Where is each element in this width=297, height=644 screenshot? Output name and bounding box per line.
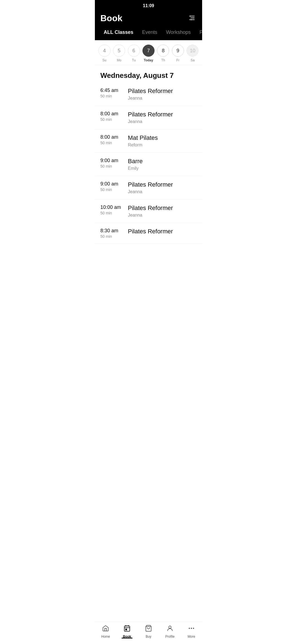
class-info-1: Pilates Reformer Jeanna xyxy=(128,111,197,124)
class-info-6: Pilates Reformer xyxy=(128,228,197,236)
tab-workshops[interactable]: Workshops xyxy=(162,28,195,36)
class-time-1: 8:00 am 50 min xyxy=(100,111,128,122)
class-duration-4: 50 min xyxy=(100,187,128,192)
class-type-tabs: ALL Classes Events Workshops Pilates R xyxy=(95,28,202,40)
class-instructor-4: Jeanna xyxy=(128,189,197,194)
main-content: Wednesday, August 7 6:45 am 50 min Pilat… xyxy=(95,65,202,266)
cal-day-7[interactable]: 7 Today xyxy=(142,45,155,62)
cal-num-10: 10 xyxy=(186,45,199,57)
cal-num-9: 9 xyxy=(172,45,184,57)
class-time-3: 9:00 am 50 min xyxy=(100,158,128,168)
cal-label-6: Tu xyxy=(132,58,136,62)
filter-button[interactable] xyxy=(187,13,197,23)
class-instructor-3: Emily xyxy=(128,166,197,171)
class-item-4[interactable]: 9:00 am 50 min Pilates Reformer Jeanna xyxy=(95,176,202,200)
cal-label-5: Mo xyxy=(117,58,122,62)
class-item-3[interactable]: 9:00 am 50 min Barre Emily xyxy=(95,153,202,176)
class-list: 6:45 am 50 min Pilates Reformer Jeanna 8… xyxy=(95,83,202,244)
class-name-0: Pilates Reformer xyxy=(128,88,197,95)
class-item-5[interactable]: 10:00 am 50 min Pilates Reformer Jeanna xyxy=(95,200,202,223)
cal-num-6: 6 xyxy=(128,45,140,57)
tab-events[interactable]: Events xyxy=(138,28,162,36)
class-time-2: 8:00 am 50 min xyxy=(100,134,128,145)
cal-day-10[interactable]: 10 Sa xyxy=(186,45,199,62)
class-name-4: Pilates Reformer xyxy=(128,181,197,188)
class-name-6: Pilates Reformer xyxy=(128,228,197,235)
class-time-main-6: 8:30 am xyxy=(100,228,128,234)
class-item-1[interactable]: 8:00 am 50 min Pilates Reformer Jeanna xyxy=(95,106,202,129)
class-info-2: Mat Pilates Reform xyxy=(128,134,197,148)
class-time-5: 10:00 am 50 min xyxy=(100,204,128,215)
page-title: Book xyxy=(100,13,122,23)
class-info-0: Pilates Reformer Jeanna xyxy=(128,88,197,101)
class-item-6[interactable]: 8:30 am 50 min Pilates Reformer xyxy=(95,223,202,244)
cal-day-6[interactable]: 6 Tu xyxy=(128,45,140,62)
header: Book xyxy=(95,10,202,28)
class-time-6: 8:30 am 50 min xyxy=(100,228,128,239)
class-duration-0: 50 min xyxy=(100,94,128,98)
cal-num-7: 7 xyxy=(142,45,155,57)
class-instructor-2: Reform xyxy=(128,143,197,148)
status-bar: 11:09 xyxy=(95,0,202,10)
class-name-5: Pilates Reformer xyxy=(128,204,197,212)
class-name-3: Barre xyxy=(128,158,197,165)
class-name-1: Pilates Reformer xyxy=(128,111,197,118)
class-duration-1: 50 min xyxy=(100,117,128,122)
class-duration-5: 50 min xyxy=(100,211,128,215)
date-heading: Wednesday, August 7 xyxy=(95,65,202,83)
svg-point-5 xyxy=(191,19,192,20)
class-item-2[interactable]: 8:00 am 50 min Mat Pilates Reform xyxy=(95,129,202,153)
class-time-main-5: 10:00 am xyxy=(100,204,128,210)
class-time-main-0: 6:45 am xyxy=(100,88,128,93)
class-time-main-1: 8:00 am xyxy=(100,111,128,117)
cal-day-8[interactable]: 8 Th xyxy=(157,45,169,62)
class-duration-2: 50 min xyxy=(100,141,128,145)
cal-day-4[interactable]: 4 Su xyxy=(98,45,111,62)
class-instructor-5: Jeanna xyxy=(128,213,197,218)
status-time: 11:09 xyxy=(143,3,154,8)
class-duration-6: 50 min xyxy=(100,234,128,239)
svg-point-3 xyxy=(190,16,191,17)
cal-label-10: Sa xyxy=(191,58,195,62)
class-info-3: Barre Emily xyxy=(128,158,197,171)
class-time-main-3: 9:00 am xyxy=(100,158,128,163)
class-info-4: Pilates Reformer Jeanna xyxy=(128,181,197,194)
cal-label-9: Fr xyxy=(176,58,179,62)
cal-day-5[interactable]: 5 Mo xyxy=(113,45,125,62)
class-time-4: 9:00 am 50 min xyxy=(100,181,128,192)
class-instructor-0: Jeanna xyxy=(128,96,197,101)
cal-label-7: Today xyxy=(144,58,153,62)
class-instructor-1: Jeanna xyxy=(128,119,197,124)
cal-label-4: Su xyxy=(102,58,106,62)
tab-pilates-r[interactable]: Pilates R xyxy=(195,28,202,36)
class-time-main-4: 9:00 am xyxy=(100,181,128,187)
cal-num-4: 4 xyxy=(98,45,111,57)
tab-all-classes[interactable]: ALL Classes xyxy=(99,28,138,36)
svg-point-4 xyxy=(193,17,194,18)
class-info-5: Pilates Reformer Jeanna xyxy=(128,204,197,218)
cal-label-8: Th xyxy=(161,58,165,62)
calendar-strip: 4 Su 5 Mo 6 Tu 7 Today 8 Th 9 Fr 10 Sa xyxy=(95,40,202,65)
cal-day-9[interactable]: 9 Fr xyxy=(172,45,184,62)
class-time-0: 6:45 am 50 min xyxy=(100,88,128,98)
class-name-2: Mat Pilates xyxy=(128,134,197,141)
class-item-0[interactable]: 6:45 am 50 min Pilates Reformer Jeanna xyxy=(95,83,202,106)
cal-num-5: 5 xyxy=(113,45,125,57)
cal-num-8: 8 xyxy=(157,45,169,57)
class-time-main-2: 8:00 am xyxy=(100,134,128,140)
class-duration-3: 50 min xyxy=(100,164,128,168)
